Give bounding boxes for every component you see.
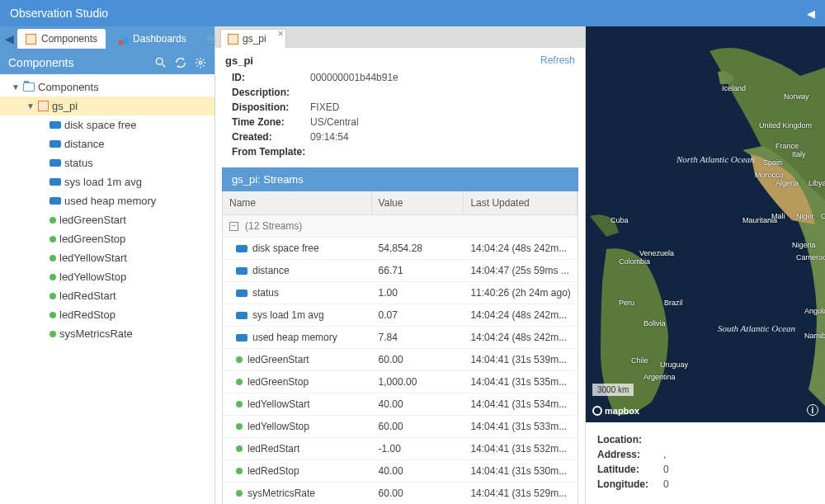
- streams-row[interactable]: used heap memory7.8414:04:24 (48s 242m..…: [223, 327, 578, 349]
- map-country-label: Peru: [619, 299, 634, 307]
- streams-group-row[interactable]: − (12 Streams): [223, 215, 578, 238]
- svg-point-0: [156, 58, 163, 64]
- components-icon: [26, 34, 36, 45]
- tree-leaf[interactable]: status: [0, 153, 214, 172]
- loc-label: Location:: [597, 434, 663, 445]
- tab-dashboards[interactable]: Dashboards: [109, 29, 195, 49]
- group-label: (12 Streams): [245, 220, 302, 232]
- stream-updated: 14:04:41 (31s 530m...: [464, 460, 578, 482]
- tab-scroll-left-icon[interactable]: ◀: [3, 32, 16, 45]
- tree-leaf[interactable]: used heap memory: [0, 191, 214, 210]
- streams-row[interactable]: ledRedStart-1.0014:04:41 (31s 532m...: [223, 438, 578, 460]
- tree-leaf[interactable]: sysMetricsRate: [0, 324, 214, 343]
- settings-icon[interactable]: [195, 57, 206, 68]
- map-info-icon[interactable]: i: [807, 404, 818, 416]
- tab-label: Dashboards: [133, 33, 186, 45]
- stream-value: 7.84: [372, 327, 464, 348]
- streams-row[interactable]: distance66.7114:04:47 (25s 59ms ...: [223, 260, 578, 282]
- command-icon: [50, 255, 56, 261]
- tree-label: sys load 1m avg: [64, 176, 142, 188]
- tree-root[interactable]: ▼Components: [0, 78, 214, 97]
- streams-row[interactable]: ledGreenStop1,000.0014:04:41 (31s 535m..…: [223, 371, 578, 393]
- map[interactable]: North Atlantic Ocean South Atlantic Ocea…: [586, 26, 825, 422]
- tree-leaf[interactable]: disk space free: [0, 115, 214, 134]
- streams-row[interactable]: ledYellowStart40.0014:04:41 (31s 534m...: [223, 393, 578, 416]
- tab-label: Components: [41, 33, 97, 45]
- command-icon: [236, 468, 243, 474]
- lat-value: 0: [663, 464, 669, 475]
- component-icon: [228, 34, 238, 45]
- chevron-down-icon[interactable]: ▼: [26, 101, 35, 111]
- lat-label: Latitude:: [597, 464, 663, 475]
- collapse-group-icon[interactable]: −: [229, 222, 238, 231]
- stream-updated: 14:04:24 (48s 242m...: [464, 238, 578, 259]
- center-panel: gs_pi × gs_pi Refresh ID:000000001b44b91…: [215, 26, 586, 504]
- streams-row[interactable]: sys load 1m avg0.0714:04:24 (48s 242m...: [223, 304, 578, 327]
- left-tab-strip: ◀ Components Dashboards 🛒 To...: [0, 26, 214, 51]
- tree-leaf[interactable]: ledYellowStart: [0, 248, 214, 267]
- collapse-panel-icon[interactable]: ◀: [807, 7, 815, 20]
- stream-value: 1,000.00: [372, 371, 464, 393]
- tree-node-gs-pi[interactable]: ▼gs_pi: [0, 97, 214, 115]
- components-tree[interactable]: ▼Components▼gs_pidisk space freedistance…: [0, 74, 214, 504]
- streams-row[interactable]: status1.0011:40:26 (2h 24m ago): [223, 282, 578, 304]
- stream-name: ledRedStart: [248, 443, 299, 455]
- command-icon: [236, 401, 243, 407]
- streams-row[interactable]: sysMetricsRate60.0014:04:41 (31s 529m...: [223, 483, 578, 504]
- ocean-label-na: North Atlantic Ocean: [676, 154, 755, 164]
- refresh-link[interactable]: Refresh: [540, 54, 575, 67]
- col-updated[interactable]: Last Updated: [464, 191, 578, 214]
- search-icon[interactable]: [155, 57, 167, 68]
- tree-label: ledGreenStart: [59, 214, 126, 226]
- left-panel: ◀ Components Dashboards 🛒 To... Componen…: [0, 26, 215, 504]
- tree-leaf[interactable]: distance: [0, 134, 214, 153]
- prop-desc-label: Description:: [232, 87, 310, 98]
- tree-leaf[interactable]: ledRedStart: [0, 286, 214, 305]
- tree-label: ledYellowStop: [59, 271, 126, 283]
- map-country-label: Brazil: [664, 299, 683, 307]
- command-icon: [50, 312, 56, 318]
- tree-label: ledRedStop: [59, 309, 116, 321]
- tab-components[interactable]: Components: [17, 29, 106, 49]
- streams-row[interactable]: disk space free54,854.2814:04:24 (48s 24…: [223, 238, 578, 260]
- stream-updated: 14:04:41 (31s 533m...: [464, 416, 578, 437]
- close-icon[interactable]: ×: [278, 28, 284, 40]
- mapbox-logo[interactable]: mapbox: [592, 406, 639, 416]
- stream-icon: [50, 178, 61, 186]
- app-header: Observation Studio ◀: [0, 0, 825, 26]
- tree-leaf[interactable]: ledGreenStop: [0, 229, 214, 248]
- chevron-down-icon[interactable]: ▼: [12, 82, 20, 92]
- streams-row[interactable]: ledRedStop40.0014:04:41 (31s 530m...: [223, 460, 578, 483]
- dashboards-icon: [117, 34, 128, 45]
- doc-tab-label: gs_pi: [243, 33, 266, 45]
- col-value[interactable]: Value: [372, 191, 464, 214]
- detail-title: gs_pi: [225, 54, 540, 67]
- command-icon: [50, 274, 56, 280]
- map-country-label: Morocco: [755, 171, 784, 179]
- map-country-label: Algeria: [776, 179, 799, 187]
- tree-leaf[interactable]: ledYellowStop: [0, 267, 214, 286]
- stream-icon: [236, 290, 248, 297]
- stream-icon: [236, 267, 248, 275]
- prop-created-value: 09:14:54: [310, 131, 349, 143]
- section-title: Components: [8, 56, 155, 69]
- tree-leaf[interactable]: ledRedStop: [0, 305, 214, 324]
- mapbox-icon: [592, 406, 602, 416]
- command-icon: [50, 217, 56, 224]
- streams-row[interactable]: ledGreenStart60.0014:04:41 (31s 539m...: [223, 349, 578, 371]
- tree-leaf[interactable]: ledGreenStart: [0, 210, 214, 229]
- col-name[interactable]: Name: [223, 191, 372, 214]
- doc-tab[interactable]: gs_pi ×: [220, 29, 286, 48]
- prop-tmpl-label: From Template:: [232, 146, 310, 158]
- tree-label: status: [64, 157, 93, 169]
- tree-label: gs_pi: [52, 100, 78, 112]
- refresh-icon[interactable]: [175, 57, 186, 68]
- tree-leaf[interactable]: sys load 1m avg: [0, 172, 214, 191]
- map-country-label: Niger: [796, 212, 814, 220]
- stream-icon: [236, 334, 248, 341]
- stream-updated: 14:04:24 (48s 242m...: [464, 327, 578, 348]
- stream-updated: 11:40:26 (2h 24m ago): [464, 282, 578, 304]
- streams-row[interactable]: ledYellowStop60.0014:04:41 (31s 533m...: [223, 416, 578, 438]
- map-country-label: Chile: [631, 356, 648, 365]
- command-icon: [236, 445, 243, 452]
